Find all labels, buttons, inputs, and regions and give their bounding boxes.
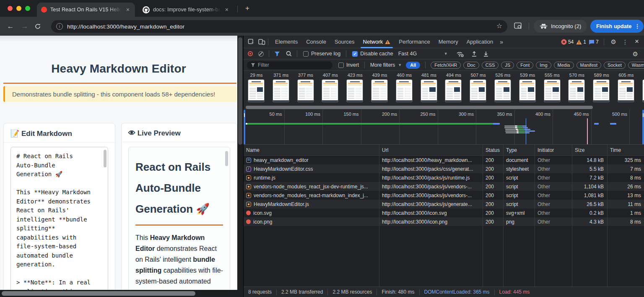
- filmstrip-thumbnail[interactable]: [495, 80, 511, 102]
- filmstrip-thumbnail[interactable]: [445, 80, 461, 102]
- page-horizontal-scrollbar-thumb[interactable]: [2, 291, 195, 296]
- textarea-scrollbar[interactable]: [104, 150, 106, 167]
- page-horizontal-scrollbar[interactable]: [0, 290, 237, 297]
- filter-chip-font[interactable]: Font: [517, 62, 533, 69]
- filmstrip-frame[interactable]: 507 ms: [466, 71, 491, 78]
- inspect-element-icon[interactable]: [248, 39, 255, 45]
- filmstrip-thumbnail[interactable]: [248, 80, 264, 102]
- warning-badge[interactable]: 1: [576, 39, 586, 45]
- back-button[interactable]: ←: [5, 21, 16, 32]
- filmstrip-frame[interactable]: 526 ms: [491, 71, 515, 78]
- filmstrip-thumbnail[interactable]: [593, 80, 609, 102]
- column-header-initiator[interactable]: Initiator: [535, 147, 572, 153]
- record-network-log-button[interactable]: [248, 51, 253, 56]
- search-icon[interactable]: [286, 51, 292, 57]
- filmstrip-thumbnail[interactable]: [347, 80, 363, 102]
- filter-chip-fetchxhr[interactable]: Fetch/XHR: [431, 62, 461, 69]
- filmstrip-frame[interactable]: [639, 71, 644, 73]
- browser-menu-icon[interactable]: ⋮: [635, 23, 640, 29]
- column-divider[interactable]: [483, 145, 483, 287]
- devtools-settings-icon[interactable]: ⚙: [609, 38, 618, 46]
- filmstrip-thumbnail[interactable]: [298, 80, 314, 102]
- filmstrip-thumbnail[interactable]: [544, 80, 560, 102]
- devtools-tab-network[interactable]: Network: [359, 36, 395, 48]
- filmstrip-frame[interactable]: 423 ms: [343, 71, 367, 78]
- close-tab-icon[interactable]: ×: [125, 6, 131, 13]
- filter-chip-all[interactable]: All: [406, 62, 420, 69]
- devtools-menu-icon[interactable]: ⋮: [621, 39, 630, 45]
- new-tab-button[interactable]: +: [242, 4, 252, 14]
- filter-chip-media[interactable]: Media: [554, 62, 574, 69]
- error-badge[interactable]: 54: [561, 39, 574, 45]
- filter-chip-socket[interactable]: Socket: [604, 62, 626, 69]
- filter-chip-doc[interactable]: Doc: [463, 62, 479, 69]
- preserve-log-checkbox[interactable]: [303, 51, 309, 57]
- column-header-status[interactable]: Status: [483, 147, 503, 153]
- filmstrip-thumbnail[interactable]: [322, 80, 338, 102]
- filter-chip-js[interactable]: JS: [501, 62, 514, 69]
- request-row-vendorsnodemodulesreactm[interactable]: vendors-node_modules_react-markdown_inde…: [244, 191, 644, 200]
- filmstrip-frame[interactable]: 371 ms: [269, 71, 293, 78]
- request-row-runtimejs[interactable]: runtime.jshttp://localhost:3000/packs/js…: [244, 173, 644, 182]
- devtools-tab-performance[interactable]: Performance: [395, 36, 434, 48]
- device-toolbar-icon[interactable]: [258, 39, 265, 45]
- filmstrip-frame[interactable]: 460 ms: [392, 71, 417, 78]
- devtools-tab-console[interactable]: Console: [302, 36, 330, 48]
- finish-update-button[interactable]: Finish update ⋮: [590, 20, 644, 33]
- filmstrip-frame[interactable]: 439 ms: [367, 71, 392, 78]
- filter-chip-wasm[interactable]: Wasm: [628, 62, 644, 69]
- request-row-vendorsnodemodulesreactj[interactable]: vendors-node_modules_react_jsx-dev-runti…: [244, 182, 644, 191]
- forward-button[interactable]: →: [19, 21, 30, 32]
- filmstrip-frame[interactable]: 481 ms: [417, 71, 441, 78]
- network-settings-icon[interactable]: ⚙: [631, 48, 640, 60]
- column-header-size[interactable]: Size: [572, 147, 607, 153]
- markdown-textarea[interactable]: # React on Rails Auto-Bundle Generation …: [10, 147, 108, 294]
- filmstrip-frame[interactable]: 539 ms: [515, 71, 540, 78]
- page-vertical-scrollbar[interactable]: [237, 36, 243, 297]
- request-row-heavymarkdowneditor[interactable]: heavy_markdown_editorhttp://localhost:30…: [244, 156, 644, 164]
- more-filters-label[interactable]: More filters: [370, 62, 395, 68]
- column-divider[interactable]: [607, 145, 608, 287]
- filmstrip-frame[interactable]: 377 ms: [293, 71, 318, 78]
- request-row-HeavyMarkdownEditorjs[interactable]: HeavyMarkdownEditor.jshttp://localhost:3…: [244, 200, 644, 208]
- throttling-select[interactable]: Fast 4G ▼: [398, 51, 448, 57]
- filmstrip-thumbnail[interactable]: [421, 80, 437, 102]
- filmstrip-frame[interactable]: 570 ms: [564, 71, 589, 78]
- browser-tab-inactive[interactable]: docs: Improve file-system-ba ×: [138, 3, 234, 17]
- search-tabs-icon[interactable]: [514, 22, 522, 30]
- filmstrip-frame[interactable]: 407 ms: [318, 71, 343, 78]
- devtools-close-icon[interactable]: ×: [632, 37, 641, 47]
- filmstrip-frame[interactable]: 555 ms: [540, 71, 565, 78]
- page-info-icon[interactable]: i: [56, 23, 63, 30]
- filmstrip-scrollbar-thumb[interactable]: [246, 106, 593, 109]
- column-header-time[interactable]: Time: [607, 147, 644, 153]
- devtools-tab-application[interactable]: Application: [462, 36, 498, 48]
- filmstrip-scrollbar[interactable]: [244, 104, 644, 110]
- column-header-type[interactable]: Type: [503, 147, 535, 153]
- filmstrip-frame[interactable]: 605 ms: [614, 71, 639, 78]
- preview-scrollbar[interactable]: [225, 151, 228, 166]
- filmstrip-thumbnail[interactable]: [569, 80, 584, 102]
- filmstrip-frame[interactable]: 589 ms: [589, 71, 614, 78]
- url-text[interactable]: http://localhost:3000/heavy_markdown_edi…: [67, 23, 184, 30]
- disable-cache-checkbox[interactable]: ✓: [352, 51, 358, 57]
- column-divider[interactable]: [379, 145, 379, 287]
- filter-toggle-icon[interactable]: [274, 51, 280, 57]
- filter-chip-css[interactable]: CSS: [482, 62, 499, 69]
- request-row-iconpng[interactable]: icon.pnghttp://localhost:3000/icon.png20…: [244, 217, 644, 226]
- maximize-window-button[interactable]: [25, 6, 30, 11]
- filmstrip-thumbnail[interactable]: [470, 80, 486, 102]
- filmstrip-thumbnail[interactable]: [371, 80, 387, 102]
- column-header-url[interactable]: Url: [379, 147, 483, 153]
- close-window-button[interactable]: [8, 6, 13, 11]
- column-header-name[interactable]: Name: [244, 147, 379, 153]
- address-bar[interactable]: i http://localhost:3000/heavy_markdown_e…: [51, 20, 507, 33]
- filmstrip-frame[interactable]: 29 ms: [244, 71, 269, 78]
- overview-right-handle[interactable]: [642, 110, 644, 144]
- more-panels-chevron[interactable]: »: [497, 39, 506, 45]
- column-divider[interactable]: [503, 145, 504, 287]
- column-divider[interactable]: [572, 145, 572, 287]
- request-row-iconsvg[interactable]: icon.svghttp://localhost:3000/icon.svg20…: [244, 208, 644, 217]
- incognito-badge[interactable]: Incognito (2): [534, 20, 587, 33]
- devtools-tab-sources[interactable]: Sources: [330, 36, 359, 48]
